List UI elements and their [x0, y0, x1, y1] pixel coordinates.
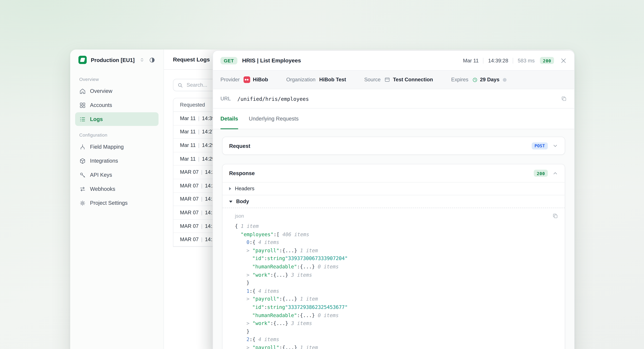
log-separator: |: [201, 183, 202, 188]
json-token-k: "id": [252, 256, 264, 262]
provider-label: Provider: [220, 77, 240, 82]
log-date: MAR 07: [180, 210, 199, 216]
json-token-p: :[: [274, 232, 279, 237]
log-detail-panel: GET HRIS | List Employees Mar 11 14:39:2…: [213, 50, 575, 349]
json-token-m: 3 items: [291, 320, 312, 326]
request-title: HRIS | List Employees: [242, 58, 301, 64]
detail-content: Request POST Response 200: [213, 129, 574, 349]
provider-group: Provider HiBob: [220, 76, 268, 83]
json-line[interactable]: > "payroll":{...}1 item: [222, 344, 565, 349]
response-status-badge: 200: [534, 170, 548, 177]
sidebar-item-field-mapping[interactable]: Field Mapping: [75, 140, 158, 154]
expand-arrow-icon[interactable]: >: [246, 345, 252, 349]
json-token-p: }: [246, 328, 250, 334]
request-duration: 583 ms: [518, 58, 535, 63]
expires-group: Expires 29 Days: [451, 77, 506, 82]
json-line[interactable]: > "work":{...}3 items: [222, 271, 565, 279]
expand-arrow-icon[interactable]: >: [246, 296, 252, 302]
log-date: MAR 07: [180, 183, 199, 188]
workspace-switcher-icon[interactable]: [140, 57, 144, 63]
response-section: Response 200 Headers Body: [222, 164, 565, 349]
search-icon: [178, 82, 183, 88]
expand-arrow-icon[interactable]: >: [246, 272, 252, 278]
json-token-p: :{...}: [279, 296, 297, 302]
sidebar-item-api-keys[interactable]: API Keys: [75, 168, 158, 182]
json-line[interactable]: > "payroll":{...}1 item: [222, 247, 565, 255]
sidebar-item-overview[interactable]: Overview: [75, 84, 158, 98]
sidebar: Production [EU1] OverviewOverviewAccount…: [70, 50, 164, 349]
log-separator: |: [201, 237, 202, 242]
json-token-p: :{...}: [270, 320, 288, 326]
sidebar-item-accounts[interactable]: Accounts: [75, 98, 158, 112]
json-token-m: 1 item: [241, 224, 259, 229]
sidebar-item-label: Field Mapping: [90, 144, 124, 150]
log-separator: |: [198, 156, 200, 162]
json-token-m: 406 items: [282, 232, 309, 237]
json-token-t: string: [267, 304, 285, 310]
sidebar-item-project-settings[interactable]: Project Settings: [75, 196, 158, 210]
sidebar-collapse-icon[interactable]: [149, 57, 155, 63]
log-date: MAR 07: [180, 169, 199, 175]
json-token-p: {: [235, 224, 238, 229]
sidebar-item-logs[interactable]: Logs: [75, 112, 158, 126]
json-token-t: string: [267, 256, 285, 262]
json-line: "id":string"3393730067333907204": [222, 255, 565, 263]
response-headers-toggle[interactable]: Headers: [222, 182, 565, 195]
json-token-m: 1 item: [300, 345, 318, 349]
sidebar-item-webhooks[interactable]: Webhooks: [75, 182, 158, 196]
logs-icon: [79, 116, 86, 122]
sidebar-item-label: Accounts: [90, 102, 112, 108]
log-date: Mar 11: [180, 116, 196, 121]
organization-label: Organization: [286, 77, 316, 82]
body-label: Body: [236, 198, 249, 204]
tab-details[interactable]: Details: [220, 108, 238, 129]
json-line[interactable]: > "payroll":{...}1 item: [222, 295, 565, 304]
json-toolbar: json: [222, 208, 565, 219]
log-separator: |: [198, 129, 200, 135]
tab-underlying-requests[interactable]: Underlying Requests: [249, 108, 298, 129]
json-token-k: "payroll": [252, 248, 279, 253]
clock-icon: [472, 77, 478, 82]
expand-arrow-icon[interactable]: >: [246, 248, 252, 253]
app-window: Production [EU1] OverviewOverviewAccount…: [70, 50, 575, 349]
expires-indicator-dot: [503, 78, 506, 82]
divider: [483, 58, 484, 63]
log-date: Mar 11: [180, 129, 196, 135]
copy-body-icon[interactable]: [552, 213, 558, 219]
workspace-selector[interactable]: Production [EU1]: [75, 50, 158, 70]
json-token-k: "work": [252, 320, 270, 326]
expand-arrow-icon[interactable]: >: [246, 320, 252, 326]
divider: [513, 58, 513, 63]
column-header-requested: Requested: [180, 102, 205, 108]
request-section-title: Request: [229, 143, 250, 149]
close-icon[interactable]: [560, 57, 567, 64]
organization-group: Organization HiBob Test: [286, 77, 346, 82]
response-section-toggle[interactable]: Response 200: [222, 164, 565, 182]
json-token-m: 4 items: [258, 288, 279, 294]
chevron-down-icon: [552, 143, 558, 149]
json-token-p: :{...}: [297, 312, 315, 318]
detail-header: GET HRIS | List Employees Mar 11 14:39:2…: [213, 51, 574, 70]
request-date: Mar 11: [463, 58, 479, 63]
expires-value: 29 Days: [480, 77, 499, 82]
source-group: Source Test Connection: [364, 77, 433, 82]
sidebar-item-integrations[interactable]: Integrations: [75, 154, 158, 168]
copy-url-icon[interactable]: [561, 96, 567, 102]
json-line[interactable]: > "work":{...}3 items: [222, 320, 565, 328]
json-token-m: 3 items: [291, 272, 312, 278]
field-mapping-icon: [79, 144, 86, 150]
response-body-toggle[interactable]: Body: [222, 195, 565, 208]
json-token-s: "3393730067333907204": [285, 256, 348, 262]
json-token-p: :{...}: [279, 345, 297, 349]
json-body-lines: {1 item"employees":[406 items0:{4 items>…: [222, 222, 565, 349]
sidebar-item-label: Overview: [90, 88, 112, 94]
json-token-m: 4 items: [258, 337, 279, 342]
page-title: Request Logs: [173, 56, 210, 62]
request-section-toggle[interactable]: Request POST: [222, 136, 565, 155]
log-separator: |: [201, 210, 202, 216]
json-token-m: 1 item: [300, 248, 318, 253]
url-row: URL /unified/hris/employees: [213, 89, 574, 109]
json-line: }: [222, 328, 565, 336]
json-token-p: :{...}: [270, 272, 288, 278]
log-date: Mar 11: [180, 142, 196, 148]
